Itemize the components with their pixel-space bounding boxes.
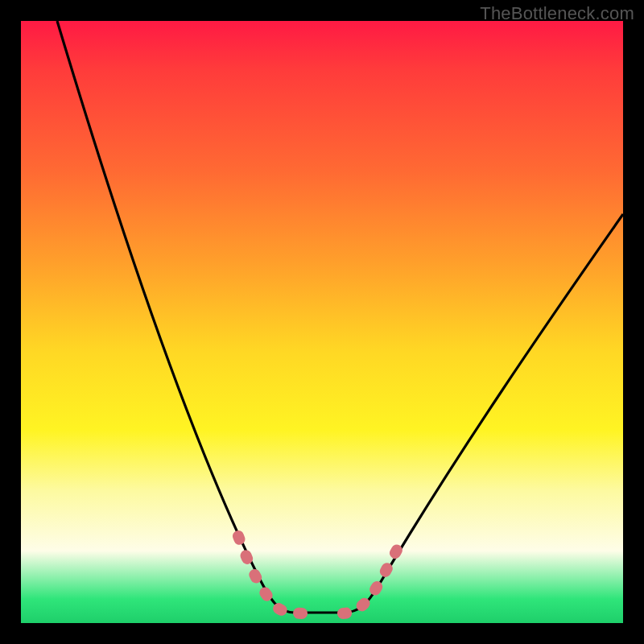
curve-path (57, 21, 623, 613)
bottleneck-curve (21, 21, 623, 623)
watermark-text: TheBottleneck.com (480, 3, 634, 24)
highlight-left (238, 536, 311, 613)
highlight-right (343, 543, 401, 613)
chart-plot-area (21, 21, 623, 623)
